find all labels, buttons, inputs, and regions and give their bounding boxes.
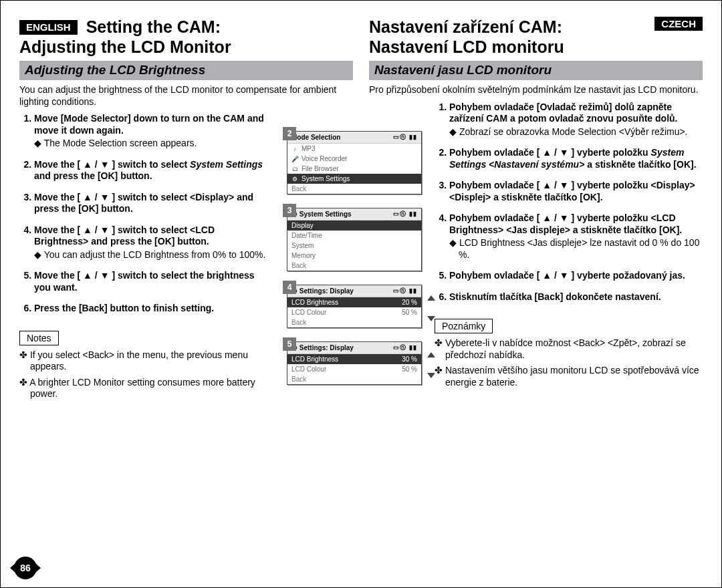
step-4-text: Move the [ ▲ / ▼ ] switch to select <LCD… <box>34 225 215 247</box>
screen-5: 5 ⚙ Settings: Display▭ⓝ ▮▮ LCD Brightnes… <box>287 341 427 385</box>
step-6-cz: Stisknutím tlačítka [Back] dokončete nas… <box>449 291 703 303</box>
music-icon: ♪ <box>291 146 298 152</box>
lcd-screenshots: 2 Mode Selection▭ⓝ ▮▮ ♪MP3 🎤Voice Record… <box>287 131 427 398</box>
folder-icon: 🗂 <box>291 166 298 172</box>
step-6: Press the [Back] button to finish settin… <box>34 303 266 315</box>
screen-number: 5 <box>283 337 296 351</box>
lcd-settings-display: ⚙ Settings: Display▭ⓝ ▮▮ LCD Brightness3… <box>287 341 422 385</box>
step-2b-cz: a stiskněte tlačítko [OK]. <box>584 159 696 170</box>
list-item: ♪MP3 <box>287 144 421 154</box>
step-3-cz: Pohybem ovladače [ ▲ / ▼ ] vyberte polož… <box>449 180 703 203</box>
lcd-settings-display: ⚙ Settings: Display▭ⓝ ▮▮ LCD Brightness2… <box>287 285 422 328</box>
step-2a: Move the [ ▲ / ▼ ] switch to select <box>34 159 190 170</box>
notes-list-cz: Vyberete-li v nabídce možnost <Back> <Zp… <box>435 337 703 388</box>
step-1-cz: Pohybem ovladače [Ovladač režimů] dolů z… <box>449 102 703 138</box>
row-label: LCD Brightness <box>291 299 338 306</box>
section-header-cz: Nastavení jasu LCD monitoru <box>369 61 703 80</box>
list-item: System <box>287 241 421 251</box>
mic-icon: 🎤 <box>291 156 298 162</box>
list-item: 🎤Voice Recorder <box>287 154 421 164</box>
row-label: LCD Brightness <box>291 355 338 363</box>
step-5-cz: Pohybem ovladače [ ▲ / ▼ ] vyberte požad… <box>449 270 703 282</box>
arrow-down-icon <box>427 373 435 378</box>
status-icons: ▭ⓝ ▮▮ <box>393 343 417 352</box>
list-item-selected: Display <box>287 220 421 231</box>
arrow-up-icon <box>427 352 435 357</box>
title-line1-cz: Nastavení zařízení CAM: <box>369 17 562 36</box>
note-2: A brighter LCD Monitor setting consumes … <box>19 377 266 400</box>
list-item: LCD Colour50 % <box>287 307 421 317</box>
screen-number: 3 <box>283 204 296 217</box>
row-value: 50 % <box>402 365 417 373</box>
step-1-text: Move [Mode Selector] down to turn on the… <box>34 113 264 136</box>
row-value: 50 % <box>402 309 417 316</box>
list-item-selected: LCD Brightness30 % <box>287 354 421 364</box>
steps-list-en: Move [Mode Selector] down to turn on the… <box>19 113 266 315</box>
step-1-sub-cz: Zobrazí se obrazovka Mode Selection <Výb… <box>449 126 703 138</box>
status-icons: ▭ⓝ ▮▮ <box>393 210 417 218</box>
row-label: System Settings <box>302 175 350 182</box>
list-item-back: Back <box>287 184 421 194</box>
list-item: Date/Time <box>287 231 421 241</box>
screen-3: 3 ⚙ System Settings▭ⓝ ▮▮ Display Date/Ti… <box>287 208 427 271</box>
note-1: If you select <Back> in the menu, the pr… <box>19 349 266 373</box>
step-1: Move [Mode Selector] down to turn on the… <box>34 113 266 150</box>
step-4-text-cz: Pohybem ovladače [ ▲ / ▼ ] vyberte polož… <box>449 212 682 235</box>
row-label: LCD Colour <box>291 365 326 373</box>
step-2b: and press the [OK] button. <box>34 170 152 181</box>
row-label: File Browser <box>302 165 339 172</box>
steps-list-cz: Pohybem ovladače [Ovladač režimů] dolů z… <box>435 102 703 303</box>
lcd-title: ⚙ Settings: Display <box>291 287 354 295</box>
page-title-cz: Nastavení zařízení CAM: Nastavení LCD mo… <box>369 17 703 57</box>
status-icons: ▭ⓝ ▮▮ <box>393 133 417 142</box>
title-line2-cz: Nastavení LCD monitoru <box>369 37 564 56</box>
step-2: Move the [ ▲ / ▼ ] switch to select Syst… <box>34 159 266 182</box>
screen-number: 4 <box>283 281 296 294</box>
step-5: Move the [ ▲ / ▼ ] switch to select the … <box>34 270 266 293</box>
step-2a-cz: Pohybem ovladače [ ▲ / ▼ ] vyberte polož… <box>449 147 651 158</box>
arrow-up-icon <box>427 295 435 301</box>
title-line1-en: Setting the CAM: <box>86 17 221 36</box>
page-title-en: ENGLISH Setting the CAM: Adjusting the L… <box>19 17 353 57</box>
note-1-cz: Vyberete-li v nabídce možnost <Back> <Zp… <box>435 337 703 361</box>
list-item-back: Back <box>287 317 421 327</box>
step-1-sub: The Mode Selection screen appears. <box>34 138 266 150</box>
step-4-sub-cz: LCD Brightness <Jas displeje> lze nastav… <box>449 237 703 261</box>
step-4-cz: Pohybem ovladače [ ▲ / ▼ ] vyberte polož… <box>449 212 703 261</box>
status-icons: ▭ⓝ ▮▮ <box>393 287 417 295</box>
row-value: 30 % <box>402 355 417 363</box>
list-item-selected: ⚙System Settings <box>287 174 421 184</box>
lcd-title: ⚙ System Settings <box>291 210 352 218</box>
gear-icon: ⚙ <box>291 176 298 182</box>
notes-label-en: Notes <box>19 331 59 345</box>
lang-badge-english: ENGLISH <box>19 20 78 35</box>
step-1-text-cz: Pohybem ovladače [Ovladač režimů] dolů z… <box>449 102 677 124</box>
list-item: 🗂File Browser <box>287 164 421 174</box>
note-2-cz: Nastavením většího jasu monitoru LCD se … <box>435 365 703 388</box>
lcd-title: ⚙ Settings: Display <box>291 344 354 351</box>
manual-page: ENGLISH Setting the CAM: Adjusting the L… <box>0 0 722 588</box>
screen-number: 2 <box>283 127 296 140</box>
step-4: Move the [ ▲ / ▼ ] switch to select <LCD… <box>34 225 266 261</box>
intro-cz: Pro přizpůsobení okolním světelným podmí… <box>369 84 703 96</box>
list-item-selected: LCD Brightness20 % <box>287 297 421 307</box>
arrow-down-icon <box>427 316 435 321</box>
row-label: Voice Recorder <box>302 155 347 162</box>
step-2-em: System Settings <box>190 159 263 170</box>
lcd-mode-selection: Mode Selection▭ⓝ ▮▮ ♪MP3 🎤Voice Recorder… <box>287 131 422 194</box>
intro-en: You can adjust the brightness of the LCD… <box>19 84 353 108</box>
lang-badge-czech: CZECH <box>654 17 703 31</box>
screen-4: 4 ⚙ Settings: Display▭ⓝ ▮▮ LCD Brightnes… <box>287 285 427 328</box>
screen-2: 2 Mode Selection▭ⓝ ▮▮ ♪MP3 🎤Voice Record… <box>287 131 427 194</box>
row-label: Back <box>291 185 306 192</box>
title-line2-en: Adjusting the LCD Monitor <box>19 37 231 56</box>
list-item-back: Back <box>287 261 421 271</box>
section-header-en: Adjusting the LCD Brightness <box>19 61 353 80</box>
step-2-cz: Pohybem ovladače [ ▲ / ▼ ] vyberte polož… <box>449 147 703 170</box>
row-value: 20 % <box>402 299 417 306</box>
list-item: Memory <box>287 251 421 261</box>
row-label: MP3 <box>302 145 316 152</box>
notes-list-en: If you select <Back> in the menu, the pr… <box>19 349 266 400</box>
page-number-badge: 86 <box>14 557 37 579</box>
step-4-sub: You can adjust the LCD Brightness from 0… <box>34 249 266 261</box>
